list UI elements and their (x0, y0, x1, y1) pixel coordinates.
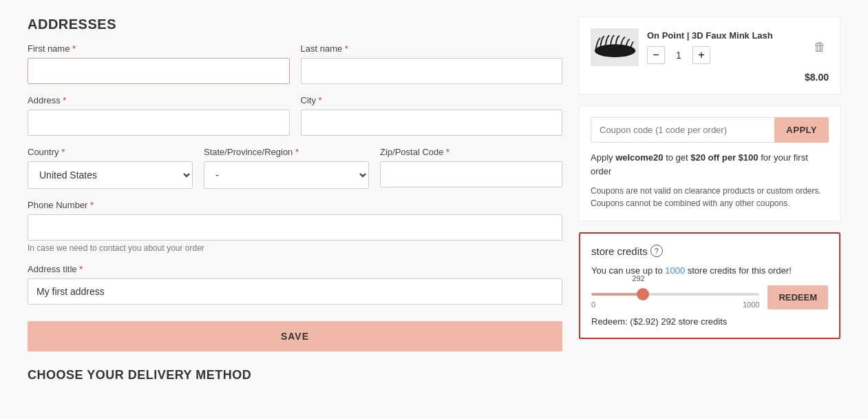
address-title-group: Address title * (28, 264, 562, 305)
quantity-decrease-button[interactable]: − (647, 46, 665, 64)
quantity-value: 1 (670, 50, 687, 61)
address-input[interactable] (28, 110, 290, 136)
product-card: On Point | 3D Faux Mink Lash − 1 + 🗑 $8.… (579, 17, 840, 94)
promo-amount: $20 off per $100 (690, 152, 758, 163)
zip-group: Zip/Postal Code * (380, 147, 562, 189)
order-summary: On Point | 3D Faux Mink Lash − 1 + 🗑 $8.… (579, 17, 840, 382)
zip-label: Zip/Postal Code * (380, 147, 562, 157)
product-row: On Point | 3D Faux Mink Lash − 1 + 🗑 (591, 28, 829, 66)
coupon-promo: Apply welcome20 to get $20 off per $100 … (591, 151, 829, 178)
promo-code: welcome20 (615, 152, 663, 163)
credits-amount: 1000 (665, 265, 685, 276)
address-title-label: Address title * (28, 264, 562, 274)
state-select[interactable]: - (204, 161, 369, 189)
product-info: On Point | 3D Faux Mink Lash − 1 + (647, 30, 803, 64)
save-button[interactable]: SAVE (28, 321, 562, 351)
zip-input[interactable] (380, 161, 562, 187)
first-name-group: First name * (28, 43, 290, 84)
address-label: Address * (28, 95, 290, 105)
phone-label: Phone Number * (28, 200, 562, 210)
city-label: City * (301, 95, 563, 105)
help-icon[interactable]: ? (650, 245, 663, 257)
last-name-input[interactable] (301, 58, 563, 84)
country-select[interactable]: United States (28, 161, 193, 189)
first-name-input[interactable] (28, 58, 290, 84)
phone-input[interactable] (28, 214, 562, 241)
coupon-row: APPLY (591, 117, 829, 143)
coupon-section: APPLY Apply welcome20 to get $20 off per… (579, 105, 840, 221)
coupon-note: Coupons are not valid on clearance produ… (591, 185, 829, 210)
credits-slider[interactable] (591, 293, 759, 296)
state-label: State/Province/Region * (204, 147, 369, 157)
country-label: Country * (28, 147, 193, 157)
redeem-text: Redeem: ($2.92) 292 store credits (591, 316, 828, 327)
city-input[interactable] (301, 110, 563, 136)
delivery-title: CHOOSE YOUR DELIVERY METHOD (28, 368, 562, 382)
slider-wrapper: 292 0 1000 (591, 287, 759, 309)
quantity-increase-button[interactable]: + (692, 46, 710, 64)
product-price: $8.00 (591, 72, 829, 83)
product-image (591, 28, 639, 66)
lash-icon (593, 32, 637, 63)
last-name-group: Last name * (301, 43, 563, 84)
section-title: ADDRESSES (28, 17, 562, 32)
city-group: City * (301, 95, 563, 136)
address-city-row: Address * City * (28, 95, 562, 136)
country-state-zip-row: Country * United States State/Province/R… (28, 147, 562, 189)
last-name-label: Last name * (301, 43, 563, 54)
slider-min-label: 0 (591, 300, 595, 309)
first-name-label: First name * (28, 43, 290, 54)
name-row: First name * Last name * (28, 43, 562, 84)
product-name: On Point | 3D Faux Mink Lash (647, 30, 803, 41)
address-group: Address * (28, 95, 290, 136)
trash-icon: 🗑 (814, 40, 826, 54)
phone-group: Phone Number * (28, 200, 562, 241)
redeem-button[interactable]: REDEEM (768, 285, 828, 309)
credits-info: You can use up to 1000 store credits for… (591, 265, 828, 276)
state-group: State/Province/Region * - (204, 147, 369, 189)
apply-coupon-button[interactable]: APPLY (774, 117, 829, 143)
coupon-input[interactable] (591, 117, 774, 143)
phone-hint: In case we need to contact you about you… (28, 243, 562, 253)
slider-value-label: 292 (632, 274, 644, 283)
slider-max-label: 1000 (743, 300, 759, 309)
store-credits-title: store credits ? (591, 245, 828, 257)
country-group: Country * United States (28, 147, 193, 189)
slider-container: 292 0 1000 REDEEM (591, 285, 828, 309)
address-title-input[interactable] (28, 278, 562, 305)
store-credits-section: store credits ? You can use up to 1000 s… (579, 232, 840, 339)
delete-product-button[interactable]: 🗑 (811, 37, 829, 57)
quantity-row: − 1 + (647, 46, 803, 64)
addresses-form: ADDRESSES First name * Last name * Addre… (28, 17, 562, 382)
slider-labels: 0 1000 (591, 300, 759, 309)
